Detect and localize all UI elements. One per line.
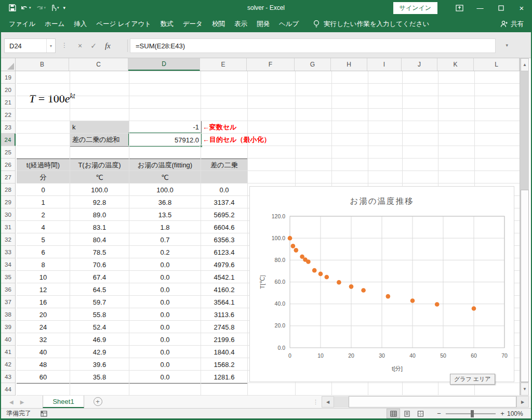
table-row-1-col1[interactable]: 0 bbox=[17, 183, 70, 196]
table-header-row-col1[interactable]: t(経過時間) bbox=[17, 159, 70, 172]
row-header-31[interactable]: 31 bbox=[1, 221, 15, 233]
table-row-12-col4[interactable]: 2745.8 bbox=[201, 321, 248, 334]
column-header-E[interactable]: E bbox=[200, 58, 247, 71]
cancel-entry-icon[interactable]: × bbox=[78, 42, 82, 50]
table-row-10-col3[interactable]: 0.0 bbox=[129, 296, 201, 309]
table-row-11-col2[interactable]: 55.8 bbox=[70, 308, 129, 321]
zoom-slider[interactable] bbox=[446, 413, 496, 414]
table-row-16-col1[interactable]: 60 bbox=[17, 371, 70, 384]
table-unit-row-col4[interactable] bbox=[201, 171, 248, 184]
table-row-2-col4[interactable]: 3137.4 bbox=[201, 196, 248, 209]
table-row-6-col3[interactable]: 0.2 bbox=[129, 246, 201, 259]
ribbon-tab-10[interactable]: ヘルプ bbox=[274, 16, 303, 33]
table-row-3-col1[interactable]: 2 bbox=[17, 208, 70, 221]
table-row-9-col2[interactable]: 64.5 bbox=[70, 283, 129, 296]
table-row-3-col3[interactable]: 13.5 bbox=[129, 208, 201, 221]
table-row-16-col3[interactable]: 0.0 bbox=[129, 371, 201, 384]
ribbon-tab-2[interactable]: ホーム bbox=[40, 16, 69, 33]
formula-input[interactable]: =SUM(E28:E43) bbox=[130, 38, 496, 53]
temperature-chart[interactable]: 0102030405060700.020.040.060.080.0100.01… bbox=[249, 186, 514, 382]
formula-bar-drag-handle[interactable]: ⋮ bbox=[61, 42, 68, 49]
row-header-38[interactable]: 38 bbox=[1, 308, 15, 321]
row-header-20[interactable]: 20 bbox=[1, 84, 15, 96]
row-header-33[interactable]: 33 bbox=[1, 246, 15, 258]
cell-D24-objective-value[interactable]: 57912.0 bbox=[129, 134, 202, 147]
sheet-tab-sheet1[interactable]: Sheet1 bbox=[43, 396, 84, 408]
table-row-5-col3[interactable]: 0.7 bbox=[129, 233, 201, 246]
table-row-4-col2[interactable]: 83.1 bbox=[70, 221, 129, 234]
cell-D23-k-value[interactable]: -1 bbox=[129, 121, 202, 134]
expand-formula-bar-icon[interactable]: ▾ bbox=[506, 43, 508, 48]
table-row-6-col1[interactable]: 6 bbox=[17, 246, 70, 259]
save-icon[interactable] bbox=[7, 2, 18, 14]
select-all-corner[interactable] bbox=[1, 58, 16, 71]
table-row-14-col2[interactable]: 42.9 bbox=[70, 346, 129, 359]
column-header-K[interactable]: K bbox=[437, 58, 474, 71]
column-header-B[interactable]: B bbox=[16, 58, 69, 71]
table-row-2-col3[interactable]: 36.8 bbox=[129, 196, 201, 209]
row-header-19[interactable]: 19 bbox=[1, 71, 15, 84]
column-header-C[interactable]: C bbox=[69, 58, 128, 71]
ribbon-tab-5[interactable]: 数式 bbox=[156, 16, 178, 33]
minimize-button[interactable]: — bbox=[470, 1, 490, 15]
table-row-15-col3[interactable]: 0.0 bbox=[129, 358, 201, 371]
page-layout-view-button[interactable] bbox=[400, 409, 414, 418]
table-unit-row-col3[interactable]: ℃ bbox=[129, 171, 201, 184]
row-header-30[interactable]: 30 bbox=[1, 208, 15, 221]
column-header-F[interactable]: F bbox=[247, 58, 295, 71]
table-row-6-col2[interactable]: 78.5 bbox=[70, 246, 129, 259]
row-header-37[interactable]: 37 bbox=[1, 296, 15, 308]
table-row-13-col1[interactable]: 32 bbox=[17, 333, 70, 346]
table-row-13-col2[interactable]: 46.9 bbox=[70, 333, 129, 346]
row-header-41[interactable]: 41 bbox=[1, 346, 15, 358]
table-row-11-col4[interactable]: 3113.6 bbox=[201, 308, 248, 321]
row-header-28[interactable]: 28 bbox=[1, 183, 15, 196]
ribbon-display-options-icon[interactable] bbox=[449, 1, 470, 15]
table-row-15-col1[interactable]: 48 bbox=[17, 358, 70, 371]
table-row-5-col4[interactable]: 6356.3 bbox=[201, 233, 248, 246]
table-row-15-col2[interactable]: 39.6 bbox=[70, 358, 129, 371]
ribbon-tab-8[interactable]: 表示 bbox=[230, 16, 252, 33]
name-box[interactable]: D24 ▾ bbox=[4, 38, 56, 53]
table-row-12-col2[interactable]: 52.4 bbox=[70, 321, 129, 334]
vertical-scroll-thumb[interactable] bbox=[521, 190, 529, 382]
zoom-out-icon[interactable]: − bbox=[434, 410, 444, 417]
next-sheet-icon[interactable]: ▶ bbox=[20, 399, 24, 405]
table-row-9-col3[interactable]: 0.0 bbox=[129, 283, 201, 296]
table-row-3-col2[interactable]: 89.0 bbox=[70, 208, 129, 221]
touch-mode-dropdown-icon[interactable]: ▾ bbox=[57, 6, 59, 10]
table-row-8-col3[interactable]: 0.0 bbox=[129, 271, 201, 284]
horizontal-scrollbar[interactable]: ⋮ ◀ ▶ bbox=[313, 396, 529, 408]
normal-view-button[interactable] bbox=[387, 409, 400, 418]
table-row-9-col4[interactable]: 4160.2 bbox=[201, 283, 248, 296]
table-row-2-col2[interactable]: 92.8 bbox=[70, 196, 129, 209]
row-header-35[interactable]: 35 bbox=[1, 271, 15, 283]
row-header-43[interactable]: 43 bbox=[1, 371, 15, 383]
table-row-13-col4[interactable]: 2199.6 bbox=[201, 333, 248, 346]
horizontal-scroll-thumb[interactable] bbox=[349, 396, 516, 408]
table-row-10-col4[interactable]: 3564.1 bbox=[201, 296, 248, 309]
zoom-slider-handle[interactable] bbox=[471, 410, 474, 417]
table-row-9-col1[interactable]: 12 bbox=[17, 283, 70, 296]
table-header-row-col4[interactable]: 差の二乗 bbox=[201, 159, 248, 172]
table-row-10-col1[interactable]: 16 bbox=[17, 296, 70, 309]
row-header-40[interactable]: 40 bbox=[1, 333, 15, 346]
table-unit-row-col1[interactable]: 分 bbox=[17, 171, 70, 184]
table-row-5-col2[interactable]: 80.4 bbox=[70, 233, 129, 246]
scroll-up-icon[interactable]: ▲ bbox=[521, 58, 529, 71]
table-row-8-col4[interactable]: 4542.1 bbox=[201, 271, 248, 284]
page-break-view-button[interactable] bbox=[414, 409, 427, 418]
table-row-4-col3[interactable]: 1.8 bbox=[129, 221, 201, 234]
table-unit-row-col2[interactable]: ℃ bbox=[70, 171, 129, 184]
row-header-44[interactable]: 44 bbox=[1, 383, 15, 396]
column-header-G[interactable]: G bbox=[295, 58, 331, 71]
close-button[interactable]: × bbox=[511, 1, 532, 15]
row-header-26[interactable]: 26 bbox=[1, 159, 15, 171]
row-header-25[interactable]: 25 bbox=[1, 146, 15, 159]
fill-handle[interactable] bbox=[200, 145, 203, 148]
table-row-11-col1[interactable]: 20 bbox=[17, 308, 70, 321]
table-row-8-col2[interactable]: 67.4 bbox=[70, 271, 129, 284]
table-row-7-col3[interactable]: 0.0 bbox=[129, 258, 201, 271]
table-header-row-col3[interactable]: お湯の温度(fitting) bbox=[129, 159, 201, 172]
column-header-H[interactable]: H bbox=[331, 58, 367, 71]
